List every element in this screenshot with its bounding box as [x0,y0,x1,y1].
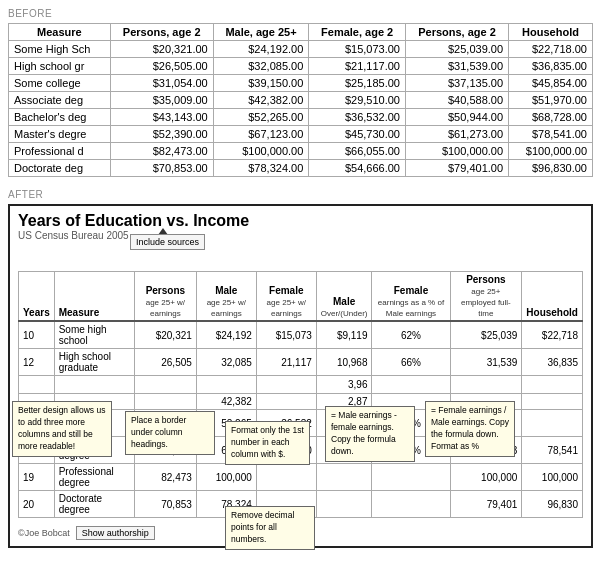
before-header-female: Female, age 2 [309,24,406,41]
after-header-years: Years [19,272,55,322]
table-row: Associate deg$35,009.00$42,382.00$29,510… [9,92,593,109]
after-header-male: Male age 25+ w/ earnings [196,272,256,322]
female-earnings-annotation: = Female earnings / Male earnings. Copy … [425,401,515,457]
table-row: Some High Sch$20,321.00$24,192.00$15,073… [9,41,593,58]
chart-subtitle: US Census Bureau 2005 [18,230,583,241]
before-label: BEFORE [8,8,593,19]
table-row: Master's degre$52,390.00$67,123.00$45,73… [9,126,593,143]
table-row: 10 Some high school $20,321 $24,192 $15,… [19,321,583,349]
after-header-male-over: Male Over/(Under) [316,272,372,322]
after-header-persons: Persons age 25+ w/ earnings [134,272,196,322]
table-row: 19 Professional degree 82,473 100,000 10… [19,464,583,491]
after-header-female: Female age 25+ w/ earnings [256,272,316,322]
table-row: Doctorate deg$70,853.00$78,324.00$54,666… [9,160,593,177]
show-authorship-button[interactable]: Show authorship [76,526,155,540]
after-header-female-pct: Female earnings as a % of Male earnings [372,272,450,322]
after-label: AFTER [8,189,593,200]
remove-decimal-annotation: Remove decimal points for all numbers. [225,506,315,550]
table-row: High school gr$26,505.00$32,085.00$21,11… [9,58,593,75]
author-text: ©Joe Bobcat [18,528,70,538]
before-header-measure: Measure [9,24,111,41]
after-table: Years Measure Persons age 25+ w/ earning… [18,271,583,518]
before-header-household: Household [509,24,593,41]
include-sources-button[interactable]: Include sources [130,234,205,250]
better-design-annotation: Better design allows us to add three mor… [12,401,112,457]
after-section: Years of Education vs. Income US Census … [8,204,593,548]
after-header-measure: Measure [54,272,134,322]
chart-title: Years of Education vs. Income [18,212,583,230]
male-earnings-annotation: = Male earnings - female earnings. Copy … [325,406,415,462]
format-only-annotation: Format only the 1st number in each colum… [225,421,310,465]
table-row: 3,96 [19,376,583,394]
after-header-persons-ft: Persons age 25+ employed full-time [450,272,522,322]
before-header-male: Male, age 25+ [213,24,309,41]
before-header-persons2: Persons, age 2 [405,24,508,41]
table-row: 12 High school graduate 26,505 32,085 21… [19,349,583,376]
table-row: Some college$31,054.00$39,150.00$25,185.… [9,75,593,92]
table-row: Professional d$82,473.00$100,000.00$66,0… [9,143,593,160]
before-header-persons: Persons, age 2 [110,24,213,41]
before-table: Measure Persons, age 2 Male, age 25+ Fem… [8,23,593,177]
place-border-annotation: Place a border under column headings. [125,411,215,455]
after-header-household: Household [522,272,583,322]
table-row: Bachelor's deg$43,143.00$52,265.00$36,53… [9,109,593,126]
